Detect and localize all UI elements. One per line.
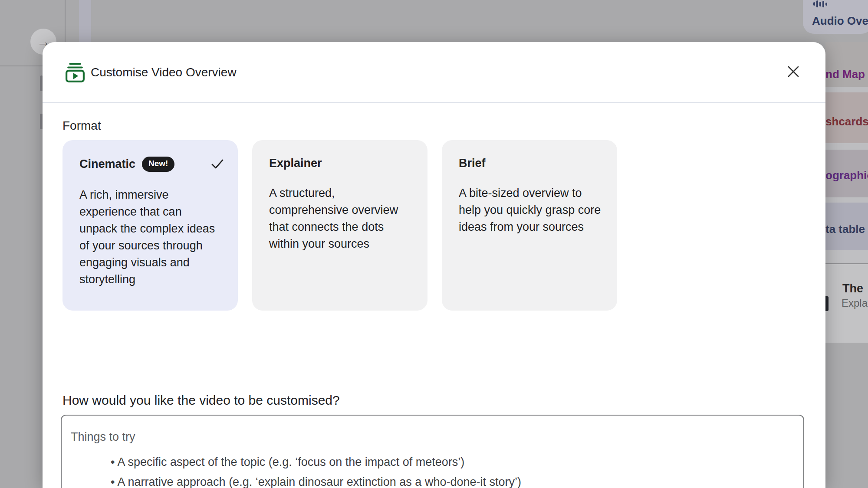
format-option-header: Brief <box>459 157 604 170</box>
studio-panel-spacer <box>825 250 868 263</box>
suggestion-item: A narrative approach (e.g. ‘explain dino… <box>111 472 803 488</box>
format-option-name: Explainer <box>269 157 322 170</box>
studio-tile-label-mind-map: nd Map <box>825 68 865 81</box>
customise-question-label: How would you like the video to be custo… <box>62 393 825 408</box>
studio-tile-label: Audio Overv <box>812 14 868 28</box>
format-option-description: A bite-sized overview to help you quickl… <box>459 185 602 236</box>
studio-tile-label-flashcards: shcards <box>825 115 868 128</box>
close-icon <box>787 66 799 78</box>
format-option-cinematic[interactable]: Cinematic New! A rich, immersive experie… <box>62 140 238 311</box>
dialog-content: Format Cinematic New! A rich, immersive … <box>43 119 825 488</box>
customise-video-overview-dialog: Customise Video Overview Format Cinemati… <box>43 42 825 488</box>
format-option-name: Cinematic <box>79 157 135 171</box>
audio-waveform-icon <box>813 0 827 8</box>
studio-tile-gap <box>825 143 868 150</box>
suggestion-item: A specific aspect of the topic (e.g. ‘fo… <box>111 452 803 472</box>
format-option-explainer[interactable]: Explainer A structured, comprehensive ov… <box>252 140 427 311</box>
studio-tile-audio-overview: Audio Overv <box>803 0 868 34</box>
close-button[interactable] <box>785 63 802 80</box>
format-option-description: A rich, immersive experience that can un… <box>79 187 223 288</box>
format-option-description: A structured, comprehensive overview tha… <box>269 185 412 252</box>
studio-panel-edge: nd Map shcards ographic ta table The Exp… <box>825 42 868 488</box>
things-to-try-label: Things to try <box>71 430 803 444</box>
format-option-header: Cinematic New! <box>79 157 225 172</box>
studio-tile-gap <box>825 87 868 92</box>
format-option-brief[interactable]: Brief A bite-sized overview to help you … <box>442 140 617 311</box>
customise-prompt-input[interactable]: Things to try A specific aspect of the t… <box>61 415 804 488</box>
studio-tile-gap <box>825 197 868 203</box>
selected-check-icon <box>210 157 225 171</box>
list-item-subtitle: Expla <box>842 297 868 309</box>
format-options: Cinematic New! A rich, immersive experie… <box>62 140 825 311</box>
background-panel-divider-horizontal <box>0 66 43 66</box>
video-overview-icon <box>64 62 86 82</box>
suggestion-list: A specific aspect of the topic (e.g. ‘fo… <box>71 452 803 488</box>
studio-tile-label-data-table: ta table <box>825 223 865 236</box>
format-section-label: Format <box>62 119 825 133</box>
list-item-title: The <box>842 282 863 295</box>
format-option-header: Explainer <box>269 157 414 170</box>
studio-panel-lower <box>825 343 868 488</box>
dialog-header: Customise Video Overview <box>43 42 825 103</box>
studio-tile-label-infographic: ographic <box>825 169 868 182</box>
new-badge: New! <box>142 157 174 172</box>
format-option-name: Brief <box>459 157 486 170</box>
dialog-title: Customise Video Overview <box>91 66 237 79</box>
